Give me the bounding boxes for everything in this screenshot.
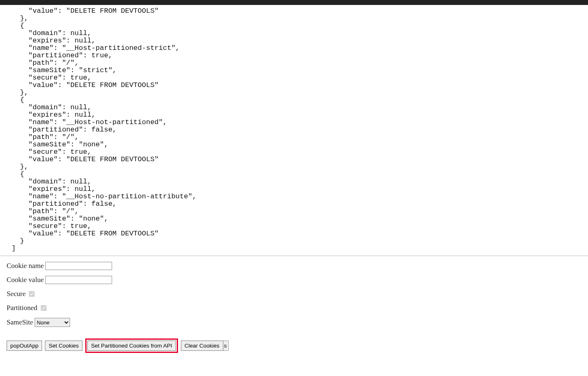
samesite-label: SameSite [7, 318, 33, 327]
cookie-form: Cookie name Cookie value Secure Partitio… [0, 256, 588, 338]
button-row: popOutApp Set Cookies Set Partitioned Co… [0, 338, 588, 359]
page-content: "value": "DELETE FROM DEVTOOLS" }, { "do… [0, 5, 588, 359]
secure-label: Secure [7, 290, 26, 298]
partitioned-row: Partitioned [7, 304, 581, 312]
set-cookies-button[interactable]: Set Cookies [45, 341, 82, 351]
trailing-fragment: s [223, 341, 229, 351]
cookie-name-row: Cookie name [7, 262, 581, 270]
browser-top-bar [0, 0, 588, 5]
popout-app-button[interactable]: popOutApp [7, 341, 42, 351]
cookie-name-label: Cookie name [7, 262, 44, 270]
set-partitioned-cookies-button[interactable]: Set Partitioned Cookies from API [87, 341, 176, 351]
secure-checkbox[interactable] [29, 291, 35, 297]
cookie-value-input[interactable] [45, 276, 112, 284]
json-output: "value": "DELETE FROM DEVTOOLS" }, { "do… [0, 5, 588, 256]
partitioned-checkbox[interactable] [41, 305, 47, 311]
secure-row: Secure [7, 290, 581, 298]
samesite-select[interactable]: NoneLaxStrict [35, 318, 70, 327]
cookie-value-row: Cookie value [7, 276, 581, 284]
samesite-row: SameSite NoneLaxStrict [7, 318, 581, 327]
highlighted-button-box: Set Partitioned Cookies from API [85, 338, 178, 353]
clear-cookies-button[interactable]: Clear Cookies [181, 341, 223, 351]
partitioned-label: Partitioned [7, 304, 37, 312]
cookie-name-input[interactable] [45, 262, 112, 270]
cookie-value-label: Cookie value [7, 276, 44, 284]
